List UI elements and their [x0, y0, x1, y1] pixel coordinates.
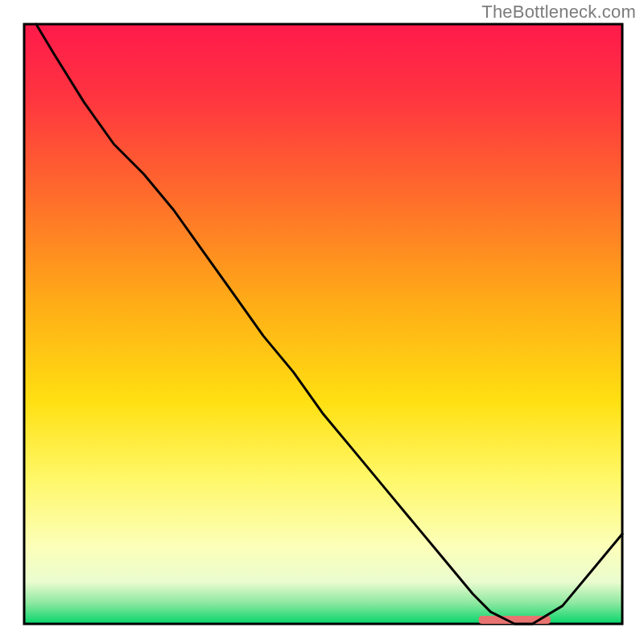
chart-frame: TheBottleneck.com [0, 0, 644, 644]
plot-background [24, 24, 622, 624]
bottleneck-chart [0, 0, 644, 644]
